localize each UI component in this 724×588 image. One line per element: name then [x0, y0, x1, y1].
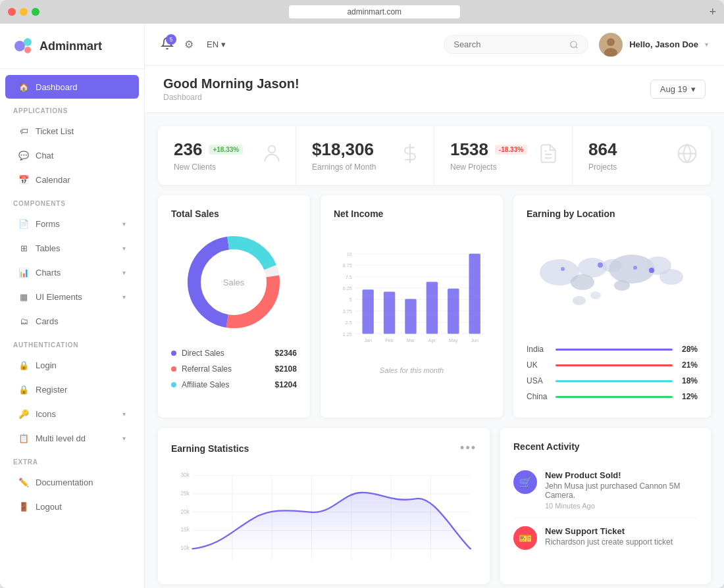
header: 5 ⚙ EN ▾ — [145, 24, 724, 66]
chart-subtitle: Sales for this month — [334, 366, 490, 374]
sidebar-item-label: Icons — [36, 409, 56, 419]
page-title-group: Good Morning Jason! Dashboard — [163, 76, 299, 102]
loc-line — [556, 349, 673, 351]
sidebar-item-documentation[interactable]: ✏️ Documentation — [5, 470, 139, 494]
sidebar-logo: Adminmart — [0, 24, 144, 69]
main-content: Good Morning Jason! Dashboard Aug 19 ▾ 2… — [145, 66, 724, 588]
svg-text:8.75: 8.75 — [343, 263, 352, 268]
bell-button[interactable]: 5 — [161, 37, 174, 52]
sidebar-item-register[interactable]: 🔒 Register — [5, 378, 139, 401]
search-input[interactable] — [453, 39, 564, 49]
sidebar-item-cards[interactable]: 🗂 Cards — [5, 309, 139, 333]
svg-text:20k: 20k — [180, 508, 190, 515]
stat-card-projects: 864 Projects — [573, 126, 711, 185]
dollar-icon — [400, 143, 421, 168]
svg-text:3.75: 3.75 — [343, 309, 352, 314]
loc-item-india: India 28% — [527, 341, 698, 357]
sidebar-item-icons[interactable]: 🔑 Icons ▾ — [5, 402, 139, 426]
url-input[interactable]: adminmart.com — [289, 5, 460, 18]
chat-icon: 💬 — [18, 150, 29, 160]
sidebar-item-label: Register — [36, 385, 67, 395]
sidebar-item-ui-elements[interactable]: ▦ UI Elements ▾ — [5, 285, 139, 308]
sidebar-item-multilevel[interactable]: 📋 Multi level dd ▾ — [5, 426, 139, 450]
maximize-button[interactable] — [32, 8, 39, 16]
url-bar: adminmart.com — [71, 5, 677, 18]
sidebar-nav: 🏠 Dashboard APPLICATIONS 🏷 Ticket List 💬… — [0, 69, 144, 575]
svg-text:25k: 25k — [180, 490, 190, 497]
close-button[interactable] — [8, 8, 16, 16]
chart-title: Total Sales — [171, 208, 297, 219]
sidebar-item-label: Tables — [36, 243, 61, 253]
sidebar-item-label: Multi level dd — [36, 433, 86, 443]
sidebar-item-label: Logout — [36, 502, 62, 512]
copy-icon: 📋 — [18, 433, 29, 443]
legend-dot — [171, 351, 176, 356]
svg-point-53 — [614, 280, 630, 291]
breadcrumb: Dashboard — [163, 93, 299, 102]
sidebar-item-login[interactable]: 🔒 Login — [5, 353, 139, 377]
user-menu[interactable]: Hello, Jason Doe ▾ — [599, 33, 708, 57]
svg-point-7 — [269, 145, 276, 153]
logo-icon — [13, 36, 34, 57]
sidebar-item-label: Charts — [36, 268, 61, 278]
key-icon: 🔑 — [18, 408, 29, 419]
loc-line — [556, 380, 673, 382]
activity-item-desc: Jehn Musa just purchased Cannon 5M Camer… — [545, 481, 698, 500]
sidebar-item-charts[interactable]: 📊 Charts ▾ — [5, 260, 139, 284]
traffic-lights — [8, 8, 39, 16]
minimize-button[interactable] — [20, 8, 28, 16]
date-picker[interactable]: Aug 19 ▾ — [650, 80, 706, 99]
bottom-row: Earning Statistics ••• 30k 25k 20k 15k 1… — [158, 428, 711, 584]
sidebar-item-tables[interactable]: ⊞ Tables ▾ — [5, 236, 139, 260]
svg-point-56 — [649, 268, 654, 273]
language-selector[interactable]: EN ▾ — [207, 39, 226, 49]
sidebar-item-logout[interactable]: 🚪 Logout — [5, 495, 139, 518]
sidebar-item-label: Login — [36, 360, 57, 370]
earning-by-location-card: Earning by Location — [513, 195, 711, 418]
svg-point-1 — [24, 38, 32, 46]
chevron-down-icon: ▾ — [122, 269, 126, 276]
stats-grid: 236 +18.33% New Clients $18, — [158, 126, 711, 185]
sidebar-item-forms[interactable]: 📄 Forms ▾ — [5, 212, 139, 235]
sidebar-item-chat[interactable]: 💬 Chat — [5, 143, 139, 167]
chevron-down-icon: ▾ — [122, 245, 126, 252]
new-tab-button[interactable]: + — [709, 5, 716, 19]
legend-item-direct: Direct Sales $2346 — [171, 345, 297, 361]
sidebar-item-ticket-list[interactable]: 🏷 Ticket List — [5, 119, 139, 143]
total-sales-card: Total Sales Sales — [158, 195, 310, 418]
svg-text:10: 10 — [347, 252, 352, 257]
sidebar-item-dashboard[interactable]: 🏠 Dashboard — [5, 75, 139, 99]
stat-card-new-clients: 236 +18.33% New Clients — [158, 126, 296, 185]
earning-statistics-card: Earning Statistics ••• 30k 25k 20k 15k 1… — [158, 428, 490, 584]
chevron-down-icon: ▾ — [705, 41, 708, 48]
tag-icon: 🏷 — [18, 126, 29, 136]
table-icon: ⊞ — [18, 243, 29, 253]
search-icon — [569, 40, 579, 49]
settings-icon[interactable]: ⚙ — [184, 38, 194, 51]
calendar-icon: 📅 — [18, 174, 29, 185]
more-options-button[interactable]: ••• — [460, 441, 477, 455]
svg-point-59 — [633, 266, 637, 270]
svg-text:7.5: 7.5 — [346, 275, 352, 280]
donut-legend: Direct Sales $2346 Referral Sales $2108 — [171, 345, 297, 393]
chevron-down-icon: ▾ — [122, 293, 126, 301]
sidebar-item-label: Cards — [36, 316, 59, 326]
svg-rect-36 — [405, 299, 416, 334]
bar-chart: 10 8.75 7.5 6.25 5 3.75 2.5 1.25 — [334, 230, 490, 361]
svg-point-58 — [561, 267, 565, 271]
sidebar-item-calendar[interactable]: 📅 Calendar — [5, 168, 139, 191]
sidebar-item-label: UI Elements — [36, 292, 82, 302]
svg-text:10k: 10k — [180, 545, 190, 551]
stat-badge: -18.33% — [495, 145, 527, 155]
svg-point-48 — [571, 274, 594, 290]
search-bar[interactable] — [444, 35, 588, 54]
page-title: Good Morning Jason! — [163, 76, 299, 91]
svg-rect-37 — [427, 282, 438, 333]
sidebar-item-label: Forms — [36, 219, 60, 229]
sidebar-item-label: Ticket List — [36, 126, 74, 136]
legend-item-affiliate: Affiliate Sales $1204 — [171, 377, 297, 393]
chevron-down-icon: ▾ — [691, 84, 696, 94]
donut-chart: Sales — [171, 230, 297, 335]
person-icon — [261, 143, 282, 168]
file-icon — [538, 143, 559, 168]
